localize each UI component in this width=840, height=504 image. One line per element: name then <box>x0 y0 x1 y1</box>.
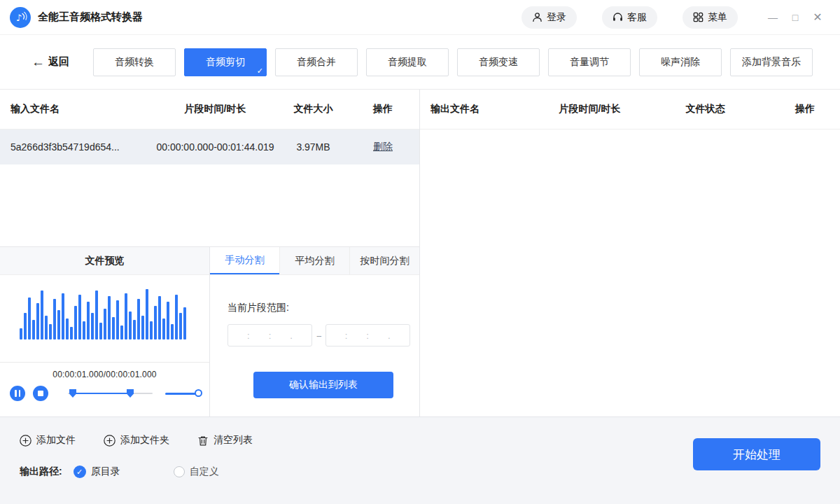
preview-area: 文件预览 00:00:01.000/00:00:01.000 <box>0 246 419 416</box>
input-panel: 输入文件名 片段时间/时长 文件大小 操作 5a266d3f3b54719d65… <box>0 90 420 416</box>
split-panel: 手动分割 平均分割 按时间分割 当前片段范围: ::. -- ::. <box>210 247 419 416</box>
maximize-button[interactable]: □ <box>784 12 806 23</box>
file-segment-time: 00:00:00.000-00:01:44.019 <box>150 141 280 153</box>
app-window: ♪ 全能王音频格式转换器 登录 客服 <box>0 0 840 504</box>
stop-button[interactable] <box>33 386 48 401</box>
login-button[interactable]: 登录 <box>522 6 577 29</box>
tab-volume-adjust[interactable]: 音量调节 <box>548 48 631 76</box>
delete-link[interactable]: 删除 <box>373 141 393 152</box>
plus-circle-icon <box>20 435 31 447</box>
radio-custom-dir[interactable]: 自定义 <box>174 465 219 478</box>
add-folder-button[interactable]: 添加文件夹 <box>104 434 169 447</box>
back-arrow-icon: ← <box>31 55 45 69</box>
output-panel: 输出文件名 片段时间/时长 文件状态 操作 <box>420 90 840 416</box>
feature-tabbar: ← 返回 音频转换 音频剪切 ✓ 音频合并 音频提取 音频变速 音量调节 噪声消… <box>0 35 840 90</box>
output-header-time: 片段时间/时长 <box>539 103 640 115</box>
volume-handle[interactable] <box>195 389 202 397</box>
range-separator: -- <box>316 330 321 341</box>
tab-manual-split[interactable]: 手动分割 <box>210 247 279 274</box>
trash-icon <box>197 435 209 447</box>
tab-noise-removal[interactable]: 噪声消除 <box>639 48 722 76</box>
app-title: 全能王音频格式转换器 <box>38 10 143 24</box>
clear-list-button[interactable]: 清空列表 <box>197 434 253 447</box>
login-label: 登录 <box>547 11 566 24</box>
range-start-handle[interactable] <box>69 389 76 398</box>
minimize-button[interactable]: — <box>762 12 784 23</box>
headset-icon <box>612 12 623 22</box>
tab-audio-merge[interactable]: 音频合并 <box>275 48 358 76</box>
preview-title: 文件预览 <box>0 247 209 275</box>
active-check-icon: ✓ <box>257 66 263 76</box>
input-header-time: 片段时间/时长 <box>150 103 280 115</box>
playback-controls: 00:00:01.000/00:00:01.000 <box>0 362 209 416</box>
file-size: 3.97MB <box>280 141 346 153</box>
app-logo-icon: ♪ <box>10 7 31 28</box>
service-label: 客服 <box>627 11 647 24</box>
add-file-button[interactable]: 添加文件 <box>20 434 76 447</box>
tab-audio-speed[interactable]: 音频变速 <box>457 48 540 76</box>
playback-time: 00:00:01.000/00:00:01.000 <box>0 370 209 379</box>
tab-audio-cut[interactable]: 音频剪切 ✓ <box>184 48 267 76</box>
volume-slider[interactable] <box>165 388 200 398</box>
tab-average-split[interactable]: 平均分割 <box>279 247 349 274</box>
plus-circle-icon <box>104 435 115 447</box>
range-end-input[interactable]: ::. <box>326 324 410 346</box>
footer-bar: 添加文件 添加文件夹 清空列表 输出路径: ✓ 原目录 <box>0 416 840 504</box>
output-header-filename: 输出文件名 <box>420 103 539 115</box>
radio-original-dir[interactable]: ✓ 原目录 <box>74 465 120 478</box>
range-start-input[interactable]: ::. <box>227 324 312 346</box>
output-path-label: 输出路径: <box>20 465 62 478</box>
table-row[interactable]: 5a266d3f3b54719d654... 00:00:00.000-00:0… <box>0 130 419 164</box>
service-button[interactable]: 客服 <box>602 6 657 29</box>
output-header-action: 操作 <box>770 103 840 115</box>
tab-time-split[interactable]: 按时间分割 <box>349 247 419 274</box>
back-label: 返回 <box>48 55 69 69</box>
playback-range-slider[interactable] <box>68 388 153 398</box>
menu-button[interactable]: 菜单 <box>682 6 738 29</box>
tab-audio-extract[interactable]: 音频提取 <box>366 48 449 76</box>
output-table-body <box>420 130 840 416</box>
confirm-output-button[interactable]: 确认输出到列表 <box>253 372 393 398</box>
output-header-status: 文件状态 <box>640 103 770 115</box>
file-name: 5a266d3f3b54719d654... <box>0 141 150 153</box>
close-button[interactable]: ✕ <box>806 10 829 24</box>
radio-unchecked-icon <box>174 466 185 477</box>
user-icon <box>532 12 542 22</box>
menu-label: 菜单 <box>708 11 727 24</box>
main-area: 输入文件名 片段时间/时长 文件大小 操作 5a266d3f3b54719d65… <box>0 90 840 416</box>
radio-checked-icon: ✓ <box>74 465 86 478</box>
svg-text:♪: ♪ <box>16 13 22 23</box>
input-table-header: 输入文件名 片段时间/时长 文件大小 操作 <box>0 90 419 130</box>
input-header-filename: 输入文件名 <box>0 103 150 115</box>
tab-add-bgm[interactable]: 添加背景音乐 <box>730 48 813 76</box>
tab-audio-convert[interactable]: 音频转换 <box>93 48 176 76</box>
back-button[interactable]: ← 返回 <box>31 55 69 69</box>
titlebar: ♪ 全能王音频格式转换器 登录 客服 <box>0 0 840 35</box>
grid-menu-icon <box>693 12 704 22</box>
waveform <box>0 275 209 362</box>
input-header-size: 文件大小 <box>280 103 346 115</box>
start-processing-button[interactable]: 开始处理 <box>693 438 820 470</box>
range-end-handle[interactable] <box>127 389 134 398</box>
pause-button[interactable] <box>10 386 25 401</box>
output-table-header: 输出文件名 片段时间/时长 文件状态 操作 <box>420 90 840 130</box>
input-header-action: 操作 <box>346 103 419 115</box>
segment-range-label: 当前片段范围: <box>227 302 419 314</box>
